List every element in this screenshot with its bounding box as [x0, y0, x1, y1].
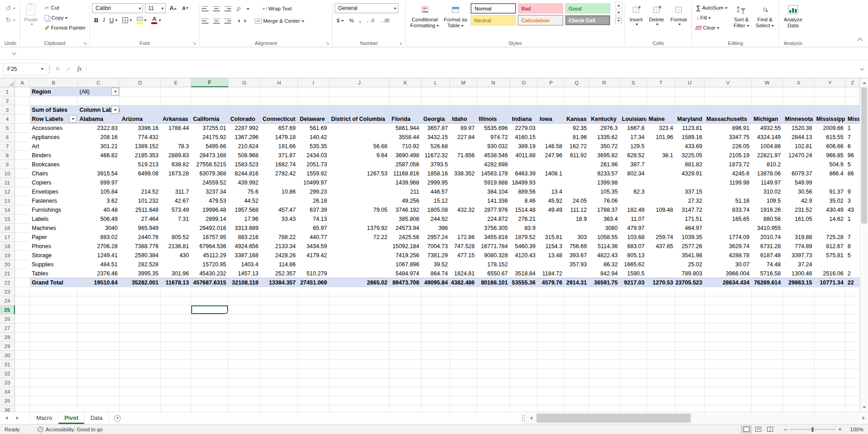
cell-Z2[interactable]	[846, 96, 860, 105]
cell-N21[interactable]: 6550.67	[477, 269, 510, 278]
tab-area-splitter[interactable]	[521, 414, 525, 422]
cell-P20[interactable]	[538, 260, 565, 269]
cell-K3[interactable]	[390, 105, 422, 115]
cell-O13[interactable]: 8.46	[510, 196, 538, 205]
cell-D36[interactable]	[120, 405, 161, 412]
cell-K27[interactable]	[390, 324, 422, 333]
cell-N31[interactable]	[477, 360, 510, 369]
cell-Y8[interactable]: 966.85	[814, 151, 846, 160]
cell-D29[interactable]	[120, 342, 161, 351]
cell-K23[interactable]	[390, 287, 422, 296]
cell-V17[interactable]: 1774.09	[704, 233, 752, 242]
cell-Z30[interactable]	[846, 351, 860, 360]
cell-E17[interactable]: 805.52	[161, 233, 191, 242]
column-header-R[interactable]: R	[589, 78, 620, 87]
cell-D2[interactable]	[120, 96, 161, 105]
cell-D24[interactable]	[120, 296, 161, 305]
cell-J13[interactable]	[329, 196, 390, 205]
cell-R24[interactable]	[589, 296, 620, 305]
cell-G21[interactable]: 1457.13	[228, 269, 261, 278]
cell-U5[interactable]: 1123.81	[675, 124, 704, 133]
cell-N14[interactable]: 2877.976	[477, 205, 510, 215]
cell-Z33[interactable]	[846, 378, 860, 387]
cell-G31[interactable]	[228, 360, 261, 369]
cell-G6[interactable]: 1367.296	[228, 133, 261, 142]
cell-M16[interactable]	[450, 224, 477, 233]
cell-G1[interactable]	[228, 87, 261, 96]
cell-V32[interactable]	[704, 369, 752, 378]
cell-W7[interactable]: 1004.86	[752, 142, 783, 151]
cell-S21[interactable]: 1590.5	[620, 269, 647, 278]
cell-V34[interactable]	[704, 387, 752, 396]
cell-Y14[interactable]: 430.49	[814, 205, 846, 215]
cell-Z15[interactable]: 1	[846, 215, 860, 224]
cell-I24[interactable]	[298, 296, 329, 305]
cell-F9[interactable]: 27558.5215	[191, 160, 228, 169]
cell-S11[interactable]	[620, 178, 647, 187]
cell-N24[interactable]	[477, 296, 510, 305]
cell-R21[interactable]: 842.94	[589, 269, 620, 278]
cell-M27[interactable]	[450, 324, 477, 333]
cell-V11[interactable]: 1199.98	[704, 178, 752, 187]
cell-H2[interactable]	[261, 96, 298, 105]
number-dialog-launcher[interactable]: ↘	[398, 41, 403, 45]
column-header-U[interactable]: U	[675, 78, 704, 87]
cell-X36[interactable]	[783, 405, 814, 412]
cell-T22[interactable]: 1270.53	[647, 278, 675, 287]
cell-P26[interactable]	[538, 314, 565, 324]
cell-S8[interactable]: 628.52	[620, 151, 647, 160]
cell-D12[interactable]: 214.52	[120, 187, 161, 196]
cell-E9[interactable]: 638.82	[161, 160, 191, 169]
cell-B13[interactable]: Fasteners	[30, 196, 78, 205]
delete-cells-button[interactable]: × Delete	[647, 2, 666, 26]
cell-F12[interactable]: 3237.34	[191, 187, 228, 196]
cell-F1[interactable]	[191, 87, 228, 96]
cell-Z3[interactable]	[846, 105, 860, 115]
cell-D27[interactable]	[120, 324, 161, 333]
cell-B7[interactable]: Art	[30, 142, 78, 151]
cell-I32[interactable]	[298, 369, 329, 378]
cell-N15[interactable]: 224.872	[477, 215, 510, 224]
cell-I7[interactable]: 535.35	[298, 142, 329, 151]
cell-L7[interactable]: 526.68	[422, 142, 450, 151]
cell-K32[interactable]	[390, 369, 422, 378]
cell-T6[interactable]: 101.96	[647, 133, 675, 142]
cell-O2[interactable]	[510, 96, 538, 105]
cell-P22[interactable]: 4579.76	[538, 278, 565, 287]
cell-Y3[interactable]	[814, 105, 846, 115]
cell-Z27[interactable]	[846, 324, 860, 333]
cell-U8[interactable]: 3225.05	[675, 151, 704, 160]
column-header-Y[interactable]: Y	[814, 78, 846, 87]
cell-G33[interactable]	[228, 378, 261, 387]
cell-C17[interactable]: 883.02	[78, 233, 120, 242]
cell-Q34[interactable]	[565, 387, 589, 396]
cell-L14[interactable]: 1805.08	[422, 205, 450, 215]
cell-S24[interactable]	[620, 296, 647, 305]
cell-V25[interactable]	[704, 305, 752, 314]
cell-S7[interactable]: 129.5	[620, 142, 647, 151]
cell-I9[interactable]: 2051.73	[298, 160, 329, 169]
cell-S16[interactable]: 479.97	[620, 224, 647, 233]
row-header-19[interactable]: 19	[0, 251, 15, 260]
cell-X32[interactable]	[783, 369, 814, 378]
cell-U31[interactable]	[675, 360, 704, 369]
cell-X30[interactable]	[783, 351, 814, 360]
cell-G12[interactable]: 75.6	[228, 187, 261, 196]
cell-A27[interactable]	[15, 324, 30, 333]
cell-X17[interactable]: 319.88	[783, 233, 814, 242]
cell-G16[interactable]: 3313.689	[228, 224, 261, 233]
cell-E6[interactable]	[161, 133, 191, 142]
cell-L1[interactable]	[422, 87, 450, 96]
cell-T30[interactable]	[647, 351, 675, 360]
italic-button[interactable]: I	[101, 15, 107, 25]
cell-N36[interactable]	[477, 405, 510, 412]
cell-J12[interactable]	[329, 187, 390, 196]
cell-G29[interactable]	[228, 342, 261, 351]
column-header-P[interactable]: P	[538, 78, 565, 87]
cell-D28[interactable]	[120, 333, 161, 342]
cell-B15[interactable]: Labels	[30, 215, 78, 224]
cell-X9[interactable]	[783, 160, 814, 169]
cell-J5[interactable]	[329, 124, 390, 133]
cell-A32[interactable]	[15, 369, 30, 378]
cell-E4[interactable]: Arkansas	[161, 115, 191, 124]
